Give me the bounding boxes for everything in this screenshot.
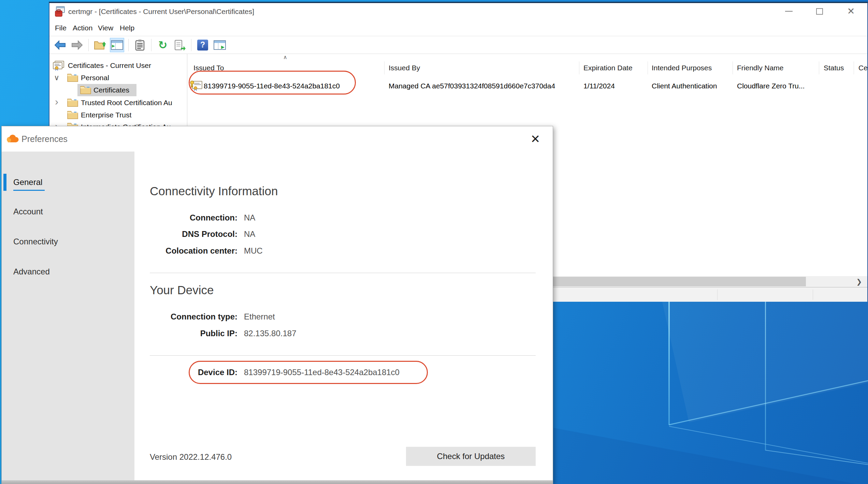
sidebar-item-general[interactable]: General bbox=[13, 175, 122, 189]
cell-expiration-date: 1/11/2024 bbox=[583, 75, 615, 97]
folder-icon bbox=[67, 73, 78, 82]
preferences-title: Preferences bbox=[21, 126, 68, 152]
column-separator[interactable] bbox=[819, 61, 819, 74]
folder-icon bbox=[67, 98, 78, 107]
folder-icon bbox=[80, 86, 91, 95]
dialog-bottom-frame bbox=[2, 480, 553, 484]
preferences-header: Preferences ✕ bbox=[2, 126, 553, 152]
close-button[interactable]: ✕ bbox=[841, 3, 860, 19]
maximize-icon bbox=[816, 8, 823, 15]
sidebar-item-connectivity[interactable]: Connectivity bbox=[13, 235, 122, 248]
column-header-expiration-date[interactable]: Expiration Date bbox=[583, 61, 633, 75]
wallpaper-beam bbox=[766, 450, 868, 466]
window-title: certmgr - [Certificates - Current User\P… bbox=[68, 3, 254, 20]
action-pane-icon: ▶ bbox=[214, 40, 226, 50]
tree-item-label: Certificates bbox=[93, 86, 129, 94]
cell-issued-by: Managed CA ae57f03931324f08591d660e7c370… bbox=[389, 75, 555, 97]
export-list-button[interactable] bbox=[173, 38, 187, 52]
column-header-issued-by[interactable]: Issued By bbox=[389, 61, 420, 75]
statusbar-separator bbox=[717, 289, 718, 300]
public-ip-value: 82.135.80.187 bbox=[244, 328, 296, 339]
colocation-center-value: MUC bbox=[244, 245, 263, 257]
section-divider bbox=[150, 273, 536, 273]
version-text: Version 2022.12.476.0 bbox=[150, 451, 232, 463]
certmgr-toolbar: ▶ ↻ bbox=[49, 36, 867, 54]
tree-item-enterprise-trust[interactable]: › Enterprise Trust bbox=[49, 109, 187, 121]
chevron-right-icon[interactable]: › bbox=[52, 96, 61, 108]
selected-tab-indicator bbox=[3, 174, 6, 191]
help-icon: ? bbox=[197, 40, 208, 51]
annotation-oval-device-id bbox=[189, 361, 428, 384]
toolbar-separator bbox=[128, 39, 129, 51]
selected-tab-underline bbox=[13, 190, 45, 191]
paste-button[interactable] bbox=[133, 38, 147, 52]
refresh-button[interactable]: ↻ bbox=[156, 38, 170, 52]
dns-protocol-value: NA bbox=[244, 228, 255, 240]
menu-action[interactable]: Action bbox=[71, 20, 95, 36]
column-separator[interactable] bbox=[384, 61, 385, 74]
chevron-down-icon[interactable]: ∨ bbox=[52, 73, 61, 82]
clipboard-icon bbox=[135, 39, 145, 51]
back-arrow-icon bbox=[54, 40, 66, 50]
tree-item-certificates[interactable]: Certificates bbox=[49, 84, 187, 96]
wallpaper-shade bbox=[651, 302, 868, 423]
forward-arrow-icon bbox=[71, 40, 83, 50]
minimize-button[interactable] bbox=[779, 3, 798, 19]
menu-file[interactable]: File bbox=[53, 20, 69, 36]
tree-root-certificates-current-user[interactable]: Certificates - Current User bbox=[49, 59, 187, 72]
minimize-icon bbox=[785, 11, 793, 12]
tree-item-personal[interactable]: ∨ Personal bbox=[49, 72, 187, 84]
cell-intended-purposes: Client Authentication bbox=[652, 75, 717, 97]
export-list-icon bbox=[174, 40, 186, 51]
tree-item-label: Trusted Root Certification Au bbox=[81, 99, 172, 107]
column-separator[interactable] bbox=[733, 61, 733, 74]
dns-protocol-label: DNS Protocol: bbox=[150, 228, 237, 240]
connection-type-label: Connection type: bbox=[150, 311, 237, 323]
certmgr-app-icon bbox=[54, 6, 66, 17]
maximize-button[interactable] bbox=[810, 3, 829, 19]
folder-up-icon bbox=[94, 40, 106, 51]
toolbar-separator bbox=[151, 39, 151, 51]
connection-type-value: Ethernet bbox=[244, 311, 275, 323]
scrollbar-right-arrow[interactable]: ❯ bbox=[852, 276, 866, 287]
desktop: certmgr - [Certificates - Current User\P… bbox=[0, 0, 868, 484]
cell-friendly-name: Cloudflare Zero Tru... bbox=[737, 75, 805, 97]
folder-icon bbox=[67, 111, 78, 119]
column-header-friendly-name[interactable]: Friendly Name bbox=[737, 61, 784, 75]
preferences-sidebar: General Account Connectivity Advanced bbox=[2, 152, 134, 480]
show-action-pane-button[interactable]: ▶ bbox=[213, 38, 227, 52]
toolbar-separator bbox=[191, 39, 191, 51]
show-console-tree-button[interactable]: ▶ bbox=[110, 38, 124, 52]
check-for-updates-button[interactable]: Check for Updates bbox=[406, 447, 536, 466]
column-header-intended-purposes[interactable]: Intended Purposes bbox=[652, 61, 712, 75]
console-tree-icon: ▶ bbox=[111, 40, 123, 50]
your-device-heading: Your Device bbox=[150, 283, 214, 297]
up-one-level-button[interactable] bbox=[93, 38, 107, 52]
close-icon: ✕ bbox=[531, 132, 540, 146]
help-button[interactable]: ? bbox=[196, 38, 210, 52]
menu-view[interactable]: View bbox=[96, 20, 115, 36]
column-separator[interactable] bbox=[648, 61, 648, 74]
preferences-dialog: Preferences ✕ General Account Connectivi… bbox=[1, 126, 553, 484]
toolbar-separator bbox=[88, 39, 89, 51]
column-separator[interactable] bbox=[579, 61, 579, 74]
back-button[interactable] bbox=[53, 38, 67, 52]
certificate-store-icon bbox=[52, 60, 65, 71]
preferences-close-button[interactable]: ✕ bbox=[527, 131, 544, 147]
sidebar-item-account[interactable]: Account bbox=[13, 205, 122, 218]
sidebar-item-advanced[interactable]: Advanced bbox=[13, 265, 122, 279]
connectivity-information-heading: Connectivity Information bbox=[150, 184, 278, 198]
tree-item-label: Personal bbox=[81, 74, 109, 82]
forward-button[interactable] bbox=[70, 38, 84, 52]
certmgr-titlebar[interactable]: certmgr - [Certificates - Current User\P… bbox=[49, 3, 867, 20]
column-header-certificate[interactable]: Ce bbox=[858, 61, 867, 75]
refresh-icon: ↻ bbox=[158, 40, 168, 51]
scroll-right-icon: ❯ bbox=[856, 277, 862, 286]
public-ip-label: Public IP: bbox=[150, 328, 237, 339]
column-separator[interactable] bbox=[854, 61, 854, 74]
tree-item-trusted-root[interactable]: › Trusted Root Certification Au bbox=[49, 97, 187, 109]
close-icon: ✕ bbox=[847, 7, 855, 16]
column-header-status[interactable]: Status bbox=[824, 61, 844, 75]
tree-root-label: Certificates - Current User bbox=[68, 61, 151, 70]
menu-help[interactable]: Help bbox=[118, 20, 136, 36]
